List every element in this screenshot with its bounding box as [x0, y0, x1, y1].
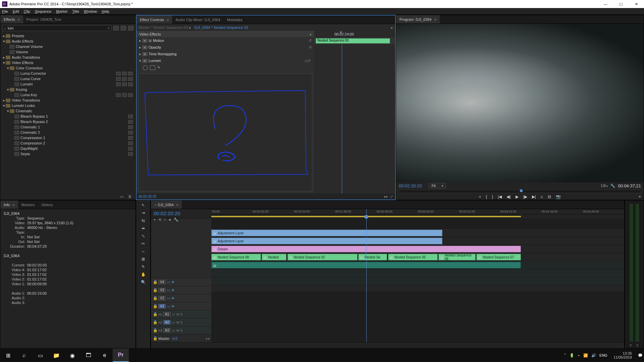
chrome-icon[interactable]: ◉	[64, 349, 80, 362]
close-button[interactable]: ✕	[629, 0, 644, 8]
track-select-tool[interactable]: ⇥	[140, 210, 146, 216]
tab-metadata[interactable]: Metadata	[224, 15, 246, 24]
app-icon[interactable]: 🗔	[80, 349, 97, 362]
lock-icon[interactable]: 🔒	[153, 320, 157, 324]
timeline-clip[interactable]: ▣Adjustment Layer	[211, 230, 442, 236]
track-header-a1[interactable]: 🔒A1A1▭MS	[151, 310, 211, 318]
fx-type-icon[interactable]	[121, 26, 126, 31]
pen-mask-button[interactable]: ✎	[157, 65, 163, 70]
task-view-button[interactable]: ▭	[32, 349, 48, 362]
effect-row[interactable]: ▾fxLumetri◇↺	[137, 57, 314, 64]
ec-clip-name[interactable]: DJI_0364 * Nested Sequence 03	[195, 25, 248, 29]
tab-history[interactable]: History	[38, 200, 56, 209]
timeline-clip[interactable]: ▣Nested Se	[358, 254, 387, 260]
rolling-tool[interactable]: ⇹	[140, 226, 146, 231]
panel-menu-icon[interactable]: ≡	[434, 17, 436, 21]
battery-icon[interactable]: 🔋	[570, 353, 574, 358]
timeline-playhead[interactable]	[366, 209, 367, 342]
lang-indicator[interactable]: ENG	[599, 353, 607, 357]
extract-button[interactable]: ⊟	[548, 194, 551, 199]
razor-tool[interactable]: ✂	[140, 241, 146, 246]
timeline-clip[interactable]: ▣Nested	[262, 254, 286, 260]
tab-info[interactable]: Info≡	[0, 200, 18, 209]
out-icon[interactable]: ▸◂	[206, 337, 209, 340]
tree-folder[interactable]: ▾Keying	[0, 87, 136, 92]
tree-folder[interactable]: ▾Lumetri Looks	[0, 103, 136, 108]
menu-window[interactable]: Window	[84, 9, 97, 13]
pen-tool[interactable]: ✎	[140, 264, 146, 269]
zoom-fit-dropdown[interactable]: Fit	[429, 183, 446, 188]
tab-audio-mixer[interactable]: Audio Clip Mixer: DJI_0364	[172, 15, 223, 24]
tree-effect[interactable]: Bleach Bypass 1	[0, 114, 136, 119]
ie-icon[interactable]: e	[97, 349, 113, 362]
tree-effect[interactable]: Compression 2	[0, 140, 136, 146]
program-timecode-current[interactable]: 00:02:20:20	[399, 183, 422, 188]
menu-sequence[interactable]: Sequence	[35, 9, 52, 13]
rect-mask-button[interactable]	[150, 65, 155, 70]
fx-type-icon[interactable]	[113, 26, 119, 31]
master-volume[interactable]: 0.0	[172, 337, 177, 341]
step-back-button[interactable]: ◀|	[506, 194, 511, 199]
ec-zoom-icon[interactable]: ▸▸	[384, 194, 388, 199]
play-button[interactable]: ▶	[516, 194, 519, 199]
lock-icon[interactable]: 🔒	[153, 312, 157, 316]
tree-effect[interactable]: Bleach Bypass 2	[0, 119, 136, 124]
hand-tool[interactable]: ✋	[140, 272, 146, 277]
timeline-content[interactable]: :00:0000:00:32:0000:01:04:0000:01:36:000…	[211, 209, 624, 342]
ec-ruler[interactable]: ▼ 00:02:24:00	[314, 31, 395, 38]
wifi-icon[interactable]: 📶	[583, 353, 588, 358]
network-icon[interactable]: ⌁	[578, 353, 580, 358]
program-scrubber[interactable]	[399, 190, 641, 193]
tab-sequence[interactable]: × DJI_0364 ≡	[151, 200, 182, 209]
tree-folder[interactable]: ▾Video Effects	[0, 60, 136, 65]
timeline-track[interactable]: ▣	[211, 261, 624, 269]
clear-icon[interactable]: ×	[108, 26, 110, 30]
volume-icon[interactable]: 🔊	[591, 353, 596, 358]
search-button[interactable]: ⌕	[16, 349, 32, 362]
track-header-v1[interactable]: 🔒V1▭👁	[151, 302, 211, 310]
menu-help[interactable]: Help	[102, 9, 109, 13]
playhead-icon[interactable]	[520, 189, 523, 192]
fx-type-icon[interactable]	[128, 26, 133, 31]
notifications-icon[interactable]: 💬	[638, 353, 643, 358]
menu-title[interactable]: Title	[72, 9, 79, 13]
tree-effect[interactable]: Luma Key	[0, 92, 136, 98]
in-button[interactable]: {	[486, 194, 487, 199]
timeline-clip[interactable]: ▣Adjustment Layer	[211, 238, 442, 244]
track-header-a2[interactable]: 🔒A2A2▭MS	[151, 318, 211, 326]
timeline-clip[interactable]: ▣Nested Sequence 02	[287, 254, 358, 260]
lock-icon[interactable]: 🔒	[153, 328, 157, 333]
ellipse-mask-button[interactable]	[143, 65, 148, 70]
timeline-track[interactable]: ▣Dream	[211, 245, 624, 253]
tree-effect[interactable]: Channel Volume	[0, 44, 136, 49]
lock-icon[interactable]: 🔒	[153, 304, 157, 308]
tree-folder[interactable]: ▾Color Correction	[0, 65, 136, 71]
timeline-timecode[interactable]: 00:02:20:20	[154, 210, 180, 216]
timeline-clip[interactable]: ▣Nested Sequence 08	[211, 254, 261, 260]
tree-effect[interactable]: Cinematic 2	[0, 130, 136, 135]
panel-menu-icon[interactable]: ≡	[17, 17, 19, 21]
panel-menu-icon[interactable]: ≡	[176, 203, 178, 207]
tree-effect[interactable]: Lumetri	[0, 81, 136, 87]
effect-row[interactable]: ▸fxOpacity↺	[137, 44, 314, 51]
selection-tool[interactable]: ↖	[140, 202, 146, 208]
tree-effect[interactable]: Volume	[0, 49, 136, 55]
lift-button[interactable]: ⎌	[541, 194, 543, 199]
tab-markers[interactable]: Markers	[18, 200, 38, 209]
tray-chevron-icon[interactable]: ˄	[564, 353, 566, 358]
time-ruler[interactable]: :00:0000:00:32:0000:01:04:0000:01:36:000…	[211, 209, 624, 215]
mask-preview[interactable]	[139, 73, 312, 191]
start-button[interactable]: ⊞	[0, 349, 16, 362]
goto-in-button[interactable]: |◀	[498, 194, 502, 199]
solo-r[interactable]: S	[636, 344, 638, 347]
tree-effect[interactable]: Compression 1	[0, 135, 136, 140]
track-header-v4[interactable]: 🔒V4▭👁	[151, 278, 211, 286]
delete-icon[interactable]: 🗑	[128, 194, 133, 198]
step-fwd-button[interactable]: |▶	[523, 194, 527, 199]
track-header-a3[interactable]: 🔒A3A3▭MS	[151, 326, 211, 334]
timeline-zoom[interactable]	[151, 342, 624, 348]
tree-effect[interactable]: Luma Curve	[0, 76, 136, 81]
tree-effect[interactable]: Cinematic 1	[0, 124, 136, 130]
tab-project[interactable]: Project: 190428_Toni	[23, 15, 64, 23]
ec-playhead[interactable]	[342, 44, 342, 193]
